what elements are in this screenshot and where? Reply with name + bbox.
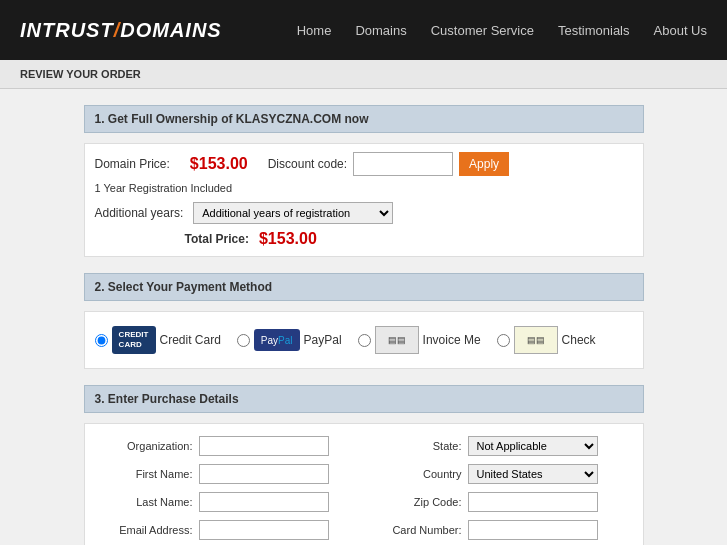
total-row: Total Price: $153.00 [185, 230, 633, 248]
logo-main: INTRUST [20, 19, 114, 41]
first-name-row: First Name: [103, 464, 356, 484]
zip-row: Zip Code: [372, 492, 625, 512]
main-nav: Home Domains Customer Service Testimonia… [297, 23, 707, 38]
state-select[interactable]: Not Applicable Alabama Alaska [468, 436, 598, 456]
step2-body: CREDITCARD Credit Card PayPal PayPal ▤▤ … [84, 311, 644, 369]
credit-card-radio[interactable] [95, 334, 108, 347]
country-label: Country [372, 468, 462, 480]
discount-input[interactable] [353, 152, 453, 176]
paypal-icon: PayPal [254, 329, 300, 351]
additional-years-select[interactable]: Additional years of registration [193, 202, 393, 224]
total-label: Total Price: [185, 232, 249, 246]
invoice-option[interactable]: ▤▤ Invoice Me [358, 326, 481, 354]
apply-button[interactable]: Apply [459, 152, 509, 176]
form-right-col: State: Not Applicable Alabama Alaska Cou… [364, 432, 633, 545]
paypal-option[interactable]: PayPal PayPal [237, 329, 342, 351]
country-select[interactable]: United States Canada United Kingdom [468, 464, 598, 484]
step1-body: Domain Price: $153.00 Discount code: App… [84, 143, 644, 257]
check-icon: ▤▤ [514, 326, 558, 354]
payment-methods: CREDITCARD Credit Card PayPal PayPal ▤▤ … [95, 320, 633, 360]
step3-header: 3. Enter Purchase Details [84, 385, 644, 413]
first-name-input[interactable] [199, 464, 329, 484]
page-title: REVIEW YOUR ORDER [20, 68, 141, 80]
last-name-label: Last Name: [103, 496, 193, 508]
step1-header: 1. Get Full Ownership of KLASYCZNA.COM n… [84, 105, 644, 133]
organization-label: Organization: [103, 440, 193, 452]
invoice-radio[interactable] [358, 334, 371, 347]
email-input[interactable] [199, 520, 329, 540]
logo-area: INTRUST/DOMAINS [20, 19, 222, 42]
page-title-bar: REVIEW YOUR ORDER [0, 60, 727, 89]
check-label: Check [562, 333, 596, 347]
paypal-radio[interactable] [237, 334, 250, 347]
price-row: Domain Price: $153.00 Discount code: App… [95, 152, 633, 176]
email-row: Email Address: [103, 520, 356, 540]
organization-row: Organization: [103, 436, 356, 456]
last-name-row: Last Name: [103, 492, 356, 512]
check-option[interactable]: ▤▤ Check [497, 326, 596, 354]
card-number-input[interactable] [468, 520, 598, 540]
year-included: 1 Year Registration Included [95, 182, 633, 194]
additional-years-label: Additional years: [95, 206, 184, 220]
discount-area: Discount code: Apply [268, 152, 509, 176]
credit-card-icon: CREDITCARD [112, 326, 156, 354]
logo-text: INTRUST/DOMAINS [20, 19, 222, 42]
nav-testimonials[interactable]: Testimonials [558, 23, 630, 38]
header: INTRUST/DOMAINS Home Domains Customer Se… [0, 0, 727, 60]
domain-price-value: $153.00 [190, 155, 248, 173]
step2-header: 2. Select Your Payment Method [84, 273, 644, 301]
state-row: State: Not Applicable Alabama Alaska [372, 436, 625, 456]
credit-card-label: Credit Card [160, 333, 221, 347]
first-name-label: First Name: [103, 468, 193, 480]
zip-label: Zip Code: [372, 496, 462, 508]
country-row: Country United States Canada United King… [372, 464, 625, 484]
organization-input[interactable] [199, 436, 329, 456]
state-label: State: [372, 440, 462, 452]
invoice-icon: ▤▤ [375, 326, 419, 354]
step3-body: Organization: First Name: Last Name: Ema… [84, 423, 644, 545]
purchase-form: Organization: First Name: Last Name: Ema… [95, 432, 633, 545]
logo-sub: DOMAINS [120, 19, 221, 41]
card-number-row: Card Number: [372, 520, 625, 540]
invoice-label: Invoice Me [423, 333, 481, 347]
additional-years-row: Additional years: Additional years of re… [95, 202, 633, 224]
nav-about-us[interactable]: About Us [654, 23, 707, 38]
nav-customer-service[interactable]: Customer Service [431, 23, 534, 38]
card-number-label: Card Number: [372, 524, 462, 536]
check-radio[interactable] [497, 334, 510, 347]
total-value: $153.00 [259, 230, 317, 248]
paypal-label: PayPal [304, 333, 342, 347]
nav-home[interactable]: Home [297, 23, 332, 38]
main-content: 1. Get Full Ownership of KLASYCZNA.COM n… [64, 89, 664, 545]
nav-domains[interactable]: Domains [355, 23, 406, 38]
email-label: Email Address: [103, 524, 193, 536]
credit-card-option[interactable]: CREDITCARD Credit Card [95, 326, 221, 354]
zip-input[interactable] [468, 492, 598, 512]
last-name-input[interactable] [199, 492, 329, 512]
form-left-col: Organization: First Name: Last Name: Ema… [95, 432, 364, 545]
domain-price-label: Domain Price: [95, 157, 170, 171]
discount-label: Discount code: [268, 157, 347, 171]
